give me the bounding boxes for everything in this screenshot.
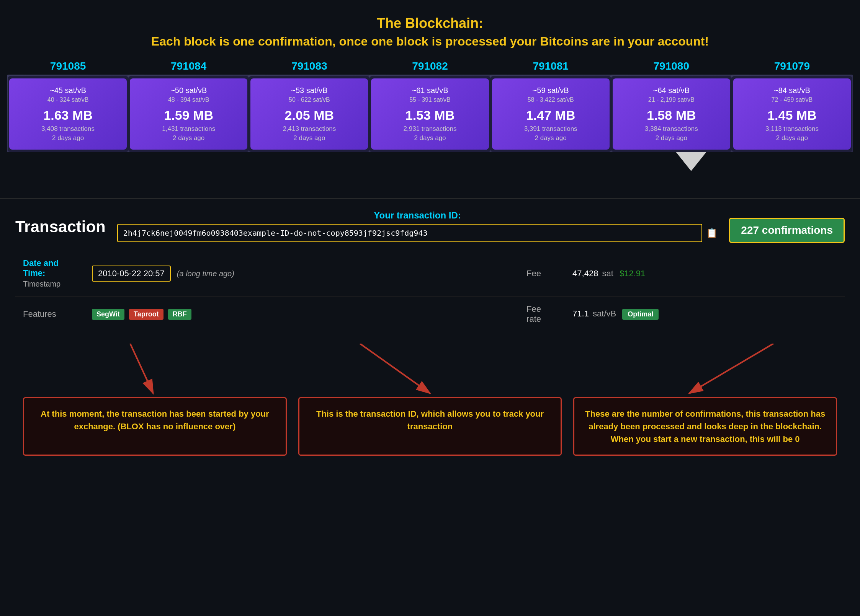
fee-rate-value-cell: 71.1 sat/vB Optimal	[565, 297, 845, 332]
block-time-3: 2 days ago	[377, 134, 482, 142]
tx-id-label: Your transaction ID:	[117, 210, 718, 221]
details-table: Date and Time: Timestamp 2010-05-22 20:5…	[15, 251, 845, 332]
badge-rbf: RBF	[168, 309, 191, 320]
annotation-text-1: At this moment, the transaction has been…	[41, 409, 269, 431]
annotation-box-3: These are the number of confirmations, t…	[573, 397, 837, 456]
block-size-5: 1.58 MB	[619, 108, 724, 123]
header-subtitle: Each block is one confirmation, once one…	[8, 34, 852, 49]
block-sat-range-1: 48 - 394 sat/vB	[136, 96, 241, 103]
block-sat-range-6: 72 - 459 sat/vB	[739, 96, 845, 103]
block-card-1[interactable]: ~50 sat/vB 48 - 394 sat/vB 1.59 MB 1,431…	[130, 78, 247, 150]
block-wrapper-3: 791082 ~61 sat/vB 55 - 391 sat/vB 1.53 M…	[370, 60, 490, 152]
block-txs-0: 3,408 transactions	[15, 125, 121, 133]
block-card-6[interactable]: ~84 sat/vB 72 - 459 sat/vB 1.45 MB 3,113…	[733, 78, 851, 150]
svg-line-3	[689, 344, 773, 393]
block-txs-1: 1,431 transactions	[136, 125, 241, 133]
svg-line-1	[130, 344, 153, 393]
block-wrapper-4: 791081 ~59 sat/vB 58 - 3,422 sat/vB 1.47…	[490, 60, 611, 152]
block-number-5[interactable]: 791080	[654, 60, 689, 72]
fee-rate-number: 71.1	[572, 309, 589, 318]
block-size-1: 1.59 MB	[136, 108, 241, 123]
block-time-1: 2 days ago	[136, 134, 241, 142]
block-size-3: 1.53 MB	[377, 108, 482, 123]
timestamp-box: 2010-05-22 20:57	[92, 266, 171, 282]
block-sat-rate-2: ~53 sat/vB	[257, 86, 362, 95]
block-card-2[interactable]: ~53 sat/vB 50 - 622 sat/vB 2.05 MB 2,413…	[250, 78, 368, 150]
block-sat-range-0: 40 - 324 sat/vB	[15, 96, 121, 103]
block-size-2: 2.05 MB	[257, 108, 362, 123]
block-time-4: 2 days ago	[498, 134, 603, 142]
blocks-row: 791085 ~45 sat/vB 40 - 324 sat/vB 1.63 M…	[0, 60, 860, 152]
transaction-header: Transaction Your transaction ID: 📋 227 c…	[15, 210, 845, 243]
block-wrapper-0: 791085 ~45 sat/vB 40 - 324 sat/vB 1.63 M…	[8, 60, 128, 152]
block-txs-3: 2,931 transactions	[377, 125, 482, 133]
block-card-5[interactable]: ~64 sat/vB 21 - 2,199 sat/vB 1.58 MB 3,3…	[613, 78, 730, 150]
block-number-2[interactable]: 791083	[291, 60, 327, 72]
badge-segwit: SegWit	[92, 309, 124, 320]
block-sat-rate-0: ~45 sat/vB	[15, 86, 121, 95]
block-card-4[interactable]: ~59 sat/vB 58 - 3,422 sat/vB 1.47 MB 3,3…	[492, 78, 610, 150]
date-time-label: Date and Time:	[23, 258, 77, 278]
timestamp-row: Date and Time: Timestamp 2010-05-22 20:5…	[15, 251, 845, 297]
block-sat-range-4: 58 - 3,422 sat/vB	[498, 96, 603, 103]
block-size-6: 1.45 MB	[739, 108, 845, 123]
block-size-0: 1.63 MB	[15, 108, 121, 123]
block-txs-5: 3,384 transactions	[619, 125, 724, 133]
block-sat-range-3: 55 - 391 sat/vB	[377, 96, 482, 103]
transaction-title: Transaction	[15, 218, 106, 236]
timestamp-label: Date and Time: Timestamp	[15, 251, 84, 297]
transaction-section: Transaction Your transaction ID: 📋 227 c…	[0, 199, 860, 344]
features-label-cell: Features	[15, 297, 84, 332]
block-wrapper-1: 791084 ~50 sat/vB 48 - 394 sat/vB 1.59 M…	[128, 60, 249, 152]
tx-id-box: 📋	[117, 224, 718, 242]
block-txs-6: 3,113 transactions	[739, 125, 845, 133]
annotation-box-2: This is the transaction ID, which allows…	[298, 397, 562, 456]
timestamp-value: 2010-05-22 20:57 (a long time ago)	[84, 251, 519, 297]
annotation-text-2: This is the transaction ID, which allows…	[316, 409, 544, 431]
block-size-4: 1.47 MB	[498, 108, 603, 123]
annotation-text-3: These are the number of confirmations, t…	[585, 409, 825, 444]
block-number-6[interactable]: 791079	[774, 60, 810, 72]
block-txs-2: 2,413 transactions	[257, 125, 362, 133]
block-time-6: 2 days ago	[739, 134, 845, 142]
fee-sat-unit: sat	[602, 269, 613, 278]
block-card-0[interactable]: ~45 sat/vB 40 - 324 sat/vB 1.63 MB 3,408…	[9, 78, 127, 150]
copy-icon[interactable]: 📋	[706, 228, 718, 238]
features-badges: SegWit Taproot RBF	[84, 297, 519, 332]
block-time-5: 2 days ago	[619, 134, 724, 142]
block-wrapper-5: 791080 ~64 sat/vB 21 - 2,199 sat/vB 1.58…	[611, 60, 732, 152]
fee-sat-value: 47,428 sat	[572, 269, 616, 278]
fee-value: 47,428 sat $12.91	[565, 251, 845, 297]
block-wrapper-6: 791079 ~84 sat/vB 72 - 459 sat/vB 1.45 M…	[732, 60, 852, 152]
tx-id-input[interactable]	[117, 224, 703, 242]
timestamp-ago: (a long time ago)	[177, 269, 234, 278]
fee-sat: 47,428	[572, 269, 598, 278]
header-title: The Blockchain:	[8, 15, 852, 31]
block-number-3[interactable]: 791082	[412, 60, 448, 72]
block-number-0[interactable]: 791085	[50, 60, 86, 72]
fee-usd: $12.91	[620, 269, 645, 278]
header-section: The Blockchain: Each block is one confir…	[0, 0, 860, 60]
badge-taproot: Taproot	[129, 309, 163, 320]
fee-rate-value: 71.1 sat/vB	[572, 309, 618, 318]
block-card-3[interactable]: ~61 sat/vB 55 - 391 sat/vB 1.53 MB 2,931…	[371, 78, 489, 150]
block-number-1[interactable]: 791084	[171, 60, 206, 72]
block-sat-rate-1: ~50 sat/vB	[136, 86, 241, 95]
transaction-id-area: Your transaction ID: 📋	[117, 210, 718, 242]
block-number-4[interactable]: 791081	[533, 60, 568, 72]
block-sat-rate-3: ~61 sat/vB	[377, 86, 482, 95]
block-time-2: 2 days ago	[257, 134, 362, 142]
fee-rate-label: Fee rate	[519, 297, 565, 332]
badge-optimal: Optimal	[622, 309, 659, 320]
block-wrapper-2: 791083 ~53 sat/vB 50 - 622 sat/vB 2.05 M…	[249, 60, 370, 152]
svg-line-2	[360, 344, 430, 393]
annotations-row: At this moment, the transaction has been…	[15, 397, 845, 471]
annotation-box-1: At this moment, the transaction has been…	[23, 397, 287, 456]
block-sat-range-2: 50 - 622 sat/vB	[257, 96, 362, 103]
confirmations-badge: 227 confirmations	[729, 218, 845, 243]
annotations-section: At this moment, the transaction has been…	[0, 344, 860, 494]
fee-rate-unit: sat/vB	[593, 309, 616, 318]
block-txs-4: 3,391 transactions	[498, 125, 603, 133]
block-sat-rate-5: ~64 sat/vB	[619, 86, 724, 95]
block-sat-rate-6: ~84 sat/vB	[739, 86, 845, 95]
